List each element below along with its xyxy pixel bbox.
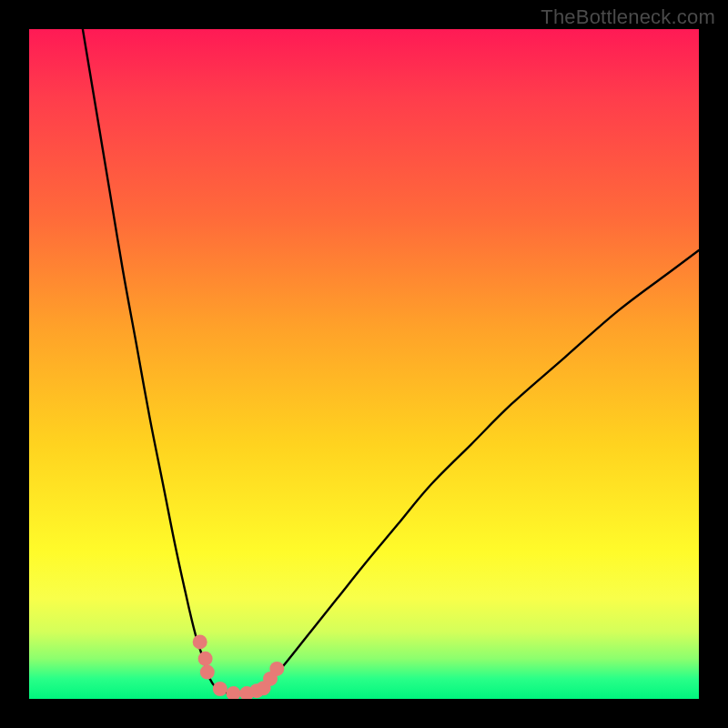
marker-point: [200, 665, 215, 680]
marker-point: [227, 686, 241, 699]
curve-group: [83, 29, 699, 694]
plot-area: [29, 29, 699, 699]
marker-group: [193, 634, 285, 699]
marker-point: [213, 682, 228, 696]
watermark-text: TheBottleneck.com: [541, 5, 715, 29]
chart-frame: TheBottleneck.com: [0, 0, 728, 728]
marker-point: [198, 652, 213, 666]
bottleneck-curve: [83, 29, 699, 694]
plot-svg: [29, 29, 699, 699]
marker-point: [193, 634, 207, 649]
marker-point: [269, 662, 284, 676]
